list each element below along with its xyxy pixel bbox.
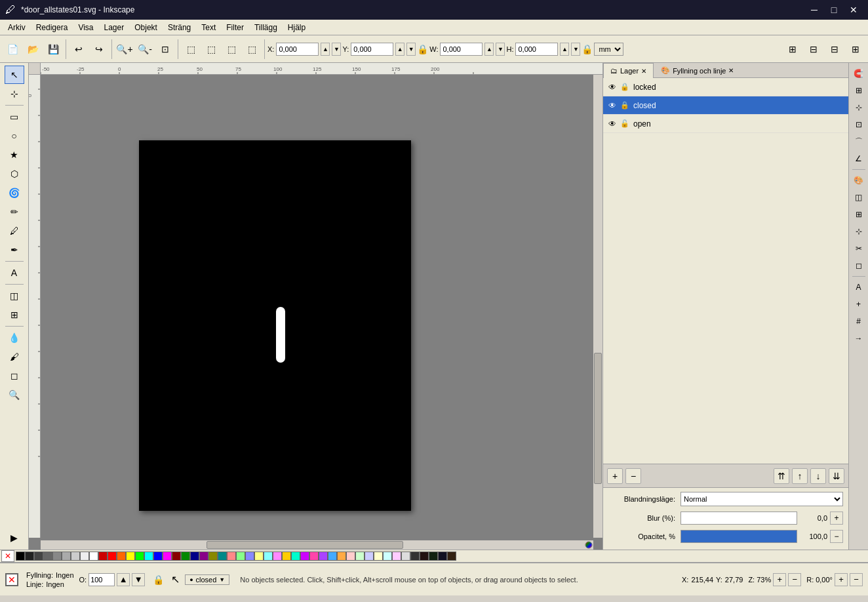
open-button[interactable]: 📂 bbox=[23, 39, 43, 59]
swatch-pastel-pink[interactable] bbox=[346, 552, 355, 561]
menu-hjalp[interactable]: Hjälp bbox=[283, 22, 311, 33]
calligraphy-tool[interactable]: ✒ bbox=[5, 241, 24, 259]
unit-select[interactable]: mm px cm in bbox=[594, 43, 623, 56]
tab-fyllning-close[interactable]: ✕ bbox=[728, 67, 734, 74]
color-wheel-btn[interactable] bbox=[584, 540, 593, 550]
align-top-button[interactable]: ⬚ bbox=[242, 39, 262, 59]
edit-clip[interactable]: ✂ bbox=[851, 241, 867, 256]
zoom-out-status[interactable]: − bbox=[788, 573, 801, 586]
raise-button[interactable]: ↑ bbox=[792, 468, 808, 484]
w-input[interactable] bbox=[440, 43, 483, 56]
swatch-midgray[interactable] bbox=[43, 552, 52, 561]
swatch-violet[interactable] bbox=[300, 552, 309, 561]
layer-row-closed[interactable]: 👁 🔒 closed bbox=[603, 96, 848, 115]
snap-angle[interactable]: ∠ bbox=[851, 151, 867, 167]
swatch-darkgreen2[interactable] bbox=[429, 552, 438, 561]
swatch-maroon[interactable] bbox=[172, 552, 181, 561]
raise-to-top-button[interactable]: ⇈ bbox=[774, 468, 789, 484]
redo-button[interactable]: ↪ bbox=[89, 39, 109, 59]
edit-gradient[interactable]: ◫ bbox=[851, 190, 867, 205]
snap1-button[interactable]: ⊞ bbox=[783, 39, 802, 59]
swatch-silver[interactable] bbox=[62, 552, 71, 561]
tab-fyllning[interactable]: 🎨 Fyllning och linje ✕ bbox=[654, 63, 741, 77]
transparent-swatch[interactable]: ✕ bbox=[1, 550, 14, 562]
swatch-lightmagenta[interactable] bbox=[273, 552, 282, 561]
connector-tool[interactable]: ⊞ bbox=[5, 306, 24, 324]
edit-pattern[interactable]: ⊞ bbox=[851, 207, 867, 222]
x-input[interactable] bbox=[276, 43, 319, 56]
layer-indicator[interactable]: ● closed ▼ bbox=[185, 574, 229, 585]
swatch-cornflowerblue[interactable] bbox=[328, 552, 337, 561]
vertical-scrollbar-thumb[interactable] bbox=[594, 353, 602, 484]
swatch-pastel-blue[interactable] bbox=[365, 552, 374, 561]
menu-arkiv[interactable]: Arkiv bbox=[3, 22, 31, 33]
edit-color[interactable]: 🎨 bbox=[851, 172, 867, 188]
swatch-lightgray2[interactable] bbox=[401, 552, 410, 561]
swatch-white[interactable] bbox=[89, 552, 98, 561]
lower-to-bottom-button[interactable]: ⇊ bbox=[829, 468, 844, 484]
snap-grid[interactable]: ⊞ bbox=[851, 83, 867, 98]
swatch-teal[interactable] bbox=[218, 552, 227, 561]
opacity-up[interactable]: ▲ bbox=[117, 573, 130, 586]
swatch-darkred2[interactable] bbox=[420, 552, 429, 561]
swatch-gold[interactable] bbox=[282, 552, 291, 561]
swatch-orange[interactable] bbox=[117, 552, 126, 561]
x-down[interactable]: ▼ bbox=[332, 43, 341, 56]
undo-button[interactable]: ↩ bbox=[69, 39, 89, 59]
rect-tool[interactable]: ▭ bbox=[5, 108, 24, 126]
h-up[interactable]: ▲ bbox=[560, 43, 569, 56]
swatch-darkblue2[interactable] bbox=[438, 552, 447, 561]
opacity-track[interactable] bbox=[681, 530, 797, 543]
swatch-lightcyan[interactable] bbox=[264, 552, 273, 561]
color-black[interactable] bbox=[16, 552, 25, 561]
layer-row-open[interactable]: 👁 🔓 open bbox=[603, 115, 848, 133]
w-down[interactable]: ▼ bbox=[496, 43, 505, 56]
swatch-lightblue2[interactable] bbox=[245, 552, 254, 561]
tab-lager[interactable]: 🗂 Lager ✕ bbox=[603, 63, 654, 78]
y-up[interactable]: ▲ bbox=[395, 43, 404, 56]
snap-bbox[interactable]: ⊡ bbox=[851, 117, 867, 132]
swatch-gray[interactable] bbox=[34, 552, 43, 561]
text-bold[interactable]: A bbox=[851, 279, 867, 295]
snap4-button[interactable]: ⊞ bbox=[846, 39, 865, 59]
lock2-icon[interactable]: 🔒 bbox=[582, 44, 593, 54]
rotate-down[interactable]: − bbox=[850, 573, 863, 586]
ellipse-tool[interactable]: ○ bbox=[5, 127, 24, 145]
save-button[interactable]: 💾 bbox=[43, 39, 63, 59]
swatch-hotpink[interactable] bbox=[309, 552, 319, 561]
zoom-in-status[interactable]: + bbox=[773, 573, 786, 586]
rotate-up[interactable]: + bbox=[835, 573, 848, 586]
zoom-fit-button[interactable]: ⊡ bbox=[155, 39, 175, 59]
star-tool[interactable]: ★ bbox=[5, 146, 24, 164]
menu-text[interactable]: Text bbox=[196, 22, 221, 33]
pen-tool[interactable]: 🖊 bbox=[5, 222, 24, 240]
swatch-green[interactable] bbox=[181, 552, 190, 561]
blur-plus[interactable]: + bbox=[830, 512, 843, 525]
blur-track[interactable] bbox=[681, 512, 797, 525]
x-up[interactable]: ▲ bbox=[321, 43, 330, 56]
swatch-lightpink[interactable] bbox=[227, 552, 236, 561]
swatch-olive[interactable] bbox=[208, 552, 218, 561]
tab-lager-close[interactable]: ✕ bbox=[641, 68, 646, 75]
snap-plus[interactable]: + bbox=[851, 296, 867, 312]
menu-strang[interactable]: Sträng bbox=[163, 22, 196, 33]
y-input[interactable] bbox=[351, 43, 393, 56]
eraser-tool[interactable]: ◻ bbox=[5, 367, 24, 385]
zoom-tool[interactable]: 🔍 bbox=[5, 386, 24, 404]
menu-filter[interactable]: Filter bbox=[221, 22, 249, 33]
align-left-button[interactable]: ⬚ bbox=[181, 39, 201, 59]
lower-button[interactable]: ↓ bbox=[810, 468, 826, 484]
swatch-pastel-yellow[interactable] bbox=[374, 552, 383, 561]
swatch-pastel-green[interactable] bbox=[355, 552, 365, 561]
paint-tool[interactable]: 🖌 bbox=[5, 348, 24, 366]
swatch-verydarkgray[interactable] bbox=[410, 552, 420, 561]
swatch-yellow[interactable] bbox=[126, 552, 135, 561]
opacity-down[interactable]: ▼ bbox=[132, 573, 145, 586]
menu-visa[interactable]: Visa bbox=[73, 22, 98, 33]
menu-lager[interactable]: Lager bbox=[99, 22, 130, 33]
menu-tillagg[interactable]: Tillägg bbox=[249, 22, 283, 33]
menu-objekt[interactable]: Objekt bbox=[129, 22, 163, 33]
gradient-tool[interactable]: ◫ bbox=[5, 287, 24, 305]
blend-select[interactable]: Normal Multiply Screen Overlay bbox=[681, 492, 843, 506]
node-tool[interactable]: ⊹ bbox=[5, 85, 24, 103]
